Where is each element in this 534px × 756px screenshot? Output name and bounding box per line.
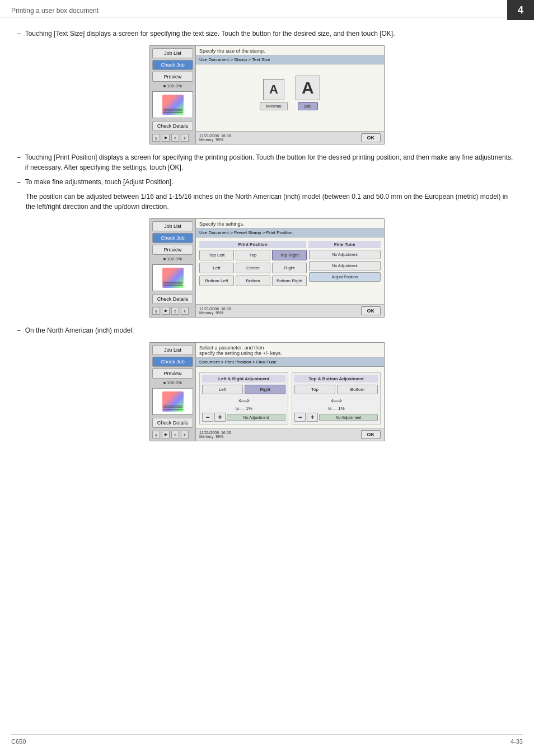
sim2-left-btn[interactable]: Left [199,263,234,273]
sim3-bottom-bar: y ▶ c k [152,431,193,438]
finetune-lr-plus-btn[interactable]: + [214,413,226,422]
finetune-bottom-btn[interactable]: Bottom [337,385,378,394]
sim2-bottom-right-btn[interactable]: Bottom Right [272,276,307,286]
sim3-content: Left & Right Adjustment Left Right ⟺ ¼ —… [196,367,384,428]
sim3-icon-k[interactable]: k [181,431,189,438]
header-title: Printing a user box document [11,7,99,15]
sim2-footer: 11/21/2006 16:00 Memory 99% OK [196,304,384,317]
sim2-no-adj-1[interactable]: No Adjustment [309,250,381,259]
sim2-bottom-left-btn[interactable]: Bottom Left [199,276,234,286]
text-A-small: A [263,79,284,100]
sim2-header-row: Print Position Fine-Tune [199,241,381,248]
sim1-line1 [163,109,182,110]
sim1-content: A Minimal A Std. [196,64,384,131]
sim2-job-list-btn[interactable]: Job List [152,221,193,231]
sim1-icon-y[interactable]: y [152,134,160,142]
sim1-icon-k[interactable]: k [181,134,189,142]
sim1-check-details-btn[interactable]: Check Details [152,121,193,131]
sim3-line1 [163,405,182,407]
sim3-memory-label: Memory [199,435,213,438]
sim2-icon-c[interactable]: c [171,307,179,315]
sim3-icon-c[interactable]: c [171,431,179,438]
sim3-breadcrumb: Document > Print Position > Fine-Tune [196,358,384,367]
sim2-main: Specify the settings. Use Document > Pre… [196,219,384,317]
sim2-top-left-btn[interactable]: Top Left [199,250,234,260]
finetune-tb-plus-btn[interactable]: + [307,413,318,422]
bullet-dash-1: – [17,29,21,39]
sim2-row3: Bottom Left Bottom Bottom Right [199,276,307,286]
sim3-icon-y[interactable]: y [152,431,160,438]
finetune-lr-val: 1% [246,406,252,411]
page-number: 4 [518,4,523,16]
sim2-icon-k[interactable]: k [181,307,189,315]
screen2-wrapper: Job List Check Job Preview ■ 100.0% C [17,218,517,318]
sim3-title-line1: Select a parameter, and then [199,345,381,351]
sim2-top-btn[interactable]: Top [236,250,270,260]
sim2-adjust-pos-btn[interactable]: Adjust Position [309,272,381,282]
sim1-memory-label: Memory [199,138,213,142]
page-badge: 4 [507,0,534,20]
sim3-icon-m[interactable]: ▶ [162,431,170,438]
sim2-row2: Left Center Right [199,263,307,273]
sim2-right-btn[interactable]: Right [272,263,307,273]
sim2-bottom-btn[interactable]: Bottom [236,276,270,286]
sim1-preview-btn[interactable]: Preview [152,72,193,82]
sim1-ok-btn[interactable]: OK [361,133,381,142]
sim3-footer-text: 11/21/2006 16:00 Memory 99% [199,431,231,438]
sim1-icon-c[interactable]: c [171,134,179,142]
sim2-icon-m[interactable]: ▶ [162,307,170,315]
sim3-check-job-btn[interactable]: Check Job [152,357,193,367]
sim1-memory-val: 99% [216,138,223,142]
sim2-ok-btn[interactable]: OK [361,306,381,315]
sim2-pos-grid: Top Left Top Top Right Left Center Right [199,250,307,288]
sim2-top-right-btn[interactable]: Top Right [272,250,307,260]
finetune-lr-header: Left & Right Adjustment [202,375,285,382]
sim3-date: 11/21/2006 [199,431,219,435]
sim3-check-details-btn[interactable]: Check Details [152,418,193,428]
finetune-lr-noadj-btn[interactable]: No Adjustment [227,414,285,421]
text-std-btn[interactable]: Std. [298,102,318,110]
finetune-tb-min-label: ¼ [327,406,331,411]
bullet-text-4: On the North American (inch) model: [25,325,134,335]
sim1-preview-box [152,91,193,118]
sim2-pos-right: No Adjustment No Adjustment Adjust Posit… [309,250,381,288]
sim3-preview-btn[interactable]: Preview [152,368,193,379]
sim1-bottom-bar: y ▶ c k [152,134,193,142]
finetune-left-btn[interactable]: Left [202,385,243,394]
sim1-check-job-btn[interactable]: Check Job [152,60,193,70]
sim2-breadcrumb: Use Document > Preset Stamp > Print Posi… [196,228,384,237]
sim2-no-adj-2[interactable]: No Adjustment [309,261,381,270]
text-A-large: A [296,76,320,100]
sim1-preview-icon [162,95,184,115]
finetune-tb-arrow: ⟺ [294,396,378,405]
sim3-job-list-btn[interactable]: Job List [152,345,193,355]
sim3-memory-val: 99% [216,435,223,438]
main-content: – Touching [Text Size] displays a screen… [0,23,534,466]
sim2-center-btn[interactable]: Center [236,263,270,273]
finetune-right-btn[interactable]: Right [245,385,285,394]
sim3-time: 16:00 [221,431,231,435]
finetune-tb-value: ¼ — 1% [294,406,378,411]
sim2-footer-text: 11/21/2006 16:00 Memory 99% [199,307,231,315]
sim2-icon-y[interactable]: y [152,307,160,315]
sim3-ok-btn[interactable]: OK [361,430,381,439]
sim2-check-details-btn[interactable]: Check Details [152,294,193,304]
sim2-preview-btn[interactable]: Preview [152,245,193,255]
sim2-finetune-header: Fine-Tune [308,241,381,248]
sim1-percent: ■ 100.0% [152,83,193,88]
sim1-sidebar: Job List Check Job Preview ■ 100.0% C [150,46,196,144]
finetune-top-btn[interactable]: Top [294,385,335,394]
finetune-lr-min-label: ¼ [235,406,239,411]
finetune-tb-noadj-btn[interactable]: No Adjustment [319,414,378,421]
text-minimal-btn[interactable]: Minimal [260,102,288,110]
sim1-footer: 11/21/2006 16:00 Memory 99% OK [196,131,384,144]
simulator-screen-3: Job List Check Job Preview ■ 100.0% C [149,342,385,441]
sim1-icon-m[interactable]: ▶ [162,134,170,142]
sim3-preview-lines [163,405,182,410]
finetune-tb-minus-btn[interactable]: − [294,413,306,422]
sim1-job-list-btn[interactable]: Job List [152,48,193,58]
finetune-lr-minus-btn[interactable]: − [202,413,213,422]
sim2-check-job-btn[interactable]: Check Job [152,233,193,243]
sim3-preview-icon [162,391,184,412]
finetune-tb: Top & Bottom Adjustment Top Bottom ⟺ ¼ —… [292,372,381,424]
